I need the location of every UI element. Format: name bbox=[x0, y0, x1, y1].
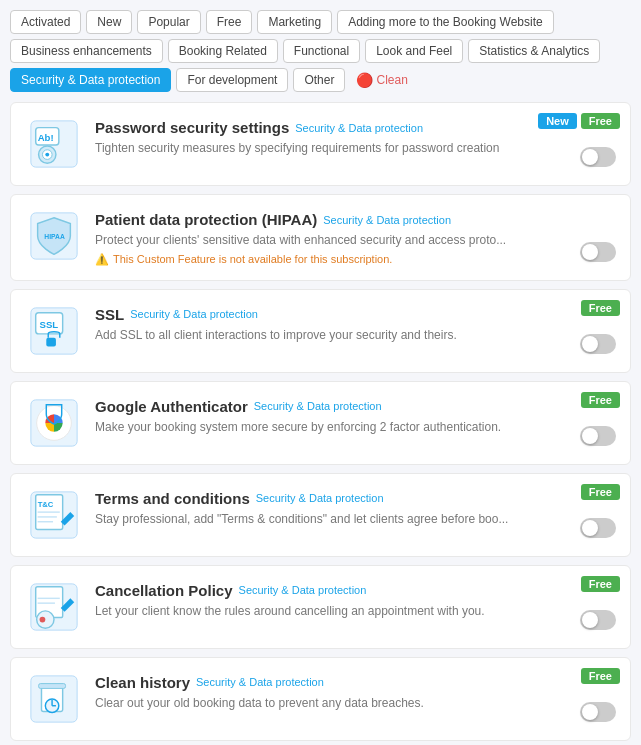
filter-tag-booking-related[interactable]: Booking Related bbox=[168, 39, 278, 63]
feature-icon-cancellation-policy bbox=[27, 580, 81, 634]
feature-category-password-security: Security & Data protection bbox=[295, 122, 423, 134]
filter-tag-other[interactable]: Other bbox=[293, 68, 345, 92]
filter-tag-activated[interactable]: Activated bbox=[10, 10, 81, 34]
badge-area-google-authenticator: Free bbox=[581, 392, 620, 408]
feature-card-ssl: Free SSL SSL Security & Data protection … bbox=[10, 289, 631, 373]
svg-point-5 bbox=[45, 153, 49, 157]
filter-tag-for-development[interactable]: For development bbox=[176, 68, 288, 92]
feature-title-row-clean-history: Clean history Security & Data protection bbox=[95, 674, 614, 691]
feature-title-cancellation-policy: Cancellation Policy bbox=[95, 582, 233, 599]
feature-toggle-google-authenticator[interactable] bbox=[580, 426, 616, 446]
clean-icon: 🔴 bbox=[356, 72, 373, 88]
feature-content-clean-history: Clean history Security & Data protection… bbox=[95, 672, 614, 712]
feature-category-terms-and-conditions: Security & Data protection bbox=[256, 492, 384, 504]
feature-title-row-cancellation-policy: Cancellation Policy Security & Data prot… bbox=[95, 582, 614, 599]
svg-point-24 bbox=[37, 611, 54, 628]
feature-icon-clean-history bbox=[27, 672, 81, 726]
feature-title-row-password-security: Password security settings Security & Da… bbox=[95, 119, 614, 136]
feature-desc-ssl: Add SSL to all client interactions to im… bbox=[95, 327, 614, 344]
filter-tag-statistics---analytics[interactable]: Statistics & Analytics bbox=[468, 39, 600, 63]
feature-card-clean-history: Free Clean history Security & Data prote… bbox=[10, 657, 631, 741]
feature-card-cancellation-policy: Free Cancellation Policy Security & Data… bbox=[10, 565, 631, 649]
feature-desc-password-security: Tighten security measures by specifying … bbox=[95, 140, 614, 157]
feature-toggle-terms-and-conditions[interactable] bbox=[580, 518, 616, 538]
feature-title-password-security: Password security settings bbox=[95, 119, 289, 136]
feature-toggle-cancellation-policy[interactable] bbox=[580, 610, 616, 630]
svg-text:HIPAA: HIPAA bbox=[44, 233, 65, 240]
feature-title-clean-history: Clean history bbox=[95, 674, 190, 691]
filter-tag-business-enhancements[interactable]: Business enhancements bbox=[10, 39, 163, 63]
feature-desc-patient-data-protection: Protect your clients' sensitive data wit… bbox=[95, 232, 614, 249]
feature-title-row-terms-and-conditions: Terms and conditions Security & Data pro… bbox=[95, 490, 614, 507]
feature-icon-ssl: SSL bbox=[27, 304, 81, 358]
feature-card-terms-and-conditions: Free T&C Terms and conditions Security &… bbox=[10, 473, 631, 557]
clean-filter-button[interactable]: 🔴Clean bbox=[350, 68, 413, 92]
filter-tag-new[interactable]: New bbox=[86, 10, 132, 34]
filter-bar: ActivatedNewPopularFreeMarketingAdding m… bbox=[10, 10, 631, 92]
svg-rect-11 bbox=[46, 338, 56, 347]
svg-text:T&C: T&C bbox=[38, 500, 54, 509]
badge-area-cancellation-policy: Free bbox=[581, 576, 620, 592]
feature-warning-patient-data-protection: ⚠️ This Custom Feature is not available … bbox=[95, 253, 614, 266]
badge-new-password-security: New bbox=[538, 113, 577, 129]
filter-tag-adding-more-to-the-booking-website[interactable]: Adding more to the Booking Website bbox=[337, 10, 554, 34]
badge-free-cancellation-policy: Free bbox=[581, 576, 620, 592]
feature-icon-password-security: Ab! bbox=[27, 117, 81, 171]
badge-area-password-security: NewFree bbox=[538, 113, 620, 129]
warning-icon: ⚠️ bbox=[95, 253, 109, 266]
feature-title-ssl: SSL bbox=[95, 306, 124, 323]
feature-category-patient-data-protection: Security & Data protection bbox=[323, 214, 451, 226]
feature-title-row-google-authenticator: Google Authenticator Security & Data pro… bbox=[95, 398, 614, 415]
feature-icon-patient-data-protection: HIPAA bbox=[27, 209, 81, 263]
feature-toggle-ssl[interactable] bbox=[580, 334, 616, 354]
feature-category-clean-history: Security & Data protection bbox=[196, 676, 324, 688]
badge-free-clean-history: Free bbox=[581, 668, 620, 684]
filter-tag-free[interactable]: Free bbox=[206, 10, 253, 34]
feature-desc-clean-history: Clear out your old booking data to preve… bbox=[95, 695, 614, 712]
feature-content-patient-data-protection: Patient data protection (HIPAA) Security… bbox=[95, 209, 614, 266]
feature-toggle-clean-history[interactable] bbox=[580, 702, 616, 722]
feature-toggle-patient-data-protection[interactable] bbox=[580, 242, 616, 262]
feature-desc-terms-and-conditions: Stay professional, add "Terms & conditio… bbox=[95, 511, 614, 528]
feature-card-patient-data-protection: HIPAA Patient data protection (HIPAA) Se… bbox=[10, 194, 631, 281]
badge-free-terms-and-conditions: Free bbox=[581, 484, 620, 500]
feature-content-google-authenticator: Google Authenticator Security & Data pro… bbox=[95, 396, 614, 436]
badge-area-clean-history: Free bbox=[581, 668, 620, 684]
feature-content-ssl: SSL Security & Data protection Add SSL t… bbox=[95, 304, 614, 344]
filter-tag-marketing[interactable]: Marketing bbox=[257, 10, 332, 34]
feature-title-row-patient-data-protection: Patient data protection (HIPAA) Security… bbox=[95, 211, 614, 228]
feature-content-cancellation-policy: Cancellation Policy Security & Data prot… bbox=[95, 580, 614, 620]
feature-title-terms-and-conditions: Terms and conditions bbox=[95, 490, 250, 507]
feature-title-row-ssl: SSL Security & Data protection bbox=[95, 306, 614, 323]
feature-card-password-security: NewFree Ab! Password security settings S… bbox=[10, 102, 631, 186]
svg-rect-28 bbox=[39, 683, 66, 688]
filter-tag-security---data-protection[interactable]: Security & Data protection bbox=[10, 68, 171, 92]
feature-category-ssl: Security & Data protection bbox=[130, 308, 258, 320]
filter-tag-look-and-feel[interactable]: Look and Feel bbox=[365, 39, 463, 63]
feature-content-password-security: Password security settings Security & Da… bbox=[95, 117, 614, 157]
feature-icon-google-authenticator bbox=[27, 396, 81, 450]
feature-desc-google-authenticator: Make your booking system more secure by … bbox=[95, 419, 614, 436]
badge-free-ssl: Free bbox=[581, 300, 620, 316]
badge-area-terms-and-conditions: Free bbox=[581, 484, 620, 500]
filter-tag-popular[interactable]: Popular bbox=[137, 10, 200, 34]
feature-category-cancellation-policy: Security & Data protection bbox=[239, 584, 367, 596]
feature-content-terms-and-conditions: Terms and conditions Security & Data pro… bbox=[95, 488, 614, 528]
svg-text:SSL: SSL bbox=[40, 319, 59, 330]
filter-tag-functional[interactable]: Functional bbox=[283, 39, 360, 63]
feature-card-google-authenticator: Free Google Authenticator Security & Dat… bbox=[10, 381, 631, 465]
feature-desc-cancellation-policy: Let your client know the rules around ca… bbox=[95, 603, 614, 620]
badge-area-ssl: Free bbox=[581, 300, 620, 316]
feature-title-patient-data-protection: Patient data protection (HIPAA) bbox=[95, 211, 317, 228]
feature-list: NewFree Ab! Password security settings S… bbox=[10, 102, 631, 745]
feature-toggle-password-security[interactable] bbox=[580, 147, 616, 167]
badge-free-google-authenticator: Free bbox=[581, 392, 620, 408]
svg-point-25 bbox=[40, 616, 46, 622]
svg-text:Ab!: Ab! bbox=[38, 132, 54, 143]
feature-category-google-authenticator: Security & Data protection bbox=[254, 400, 382, 412]
feature-title-google-authenticator: Google Authenticator bbox=[95, 398, 248, 415]
badge-free-password-security: Free bbox=[581, 113, 620, 129]
feature-icon-terms-and-conditions: T&C bbox=[27, 488, 81, 542]
